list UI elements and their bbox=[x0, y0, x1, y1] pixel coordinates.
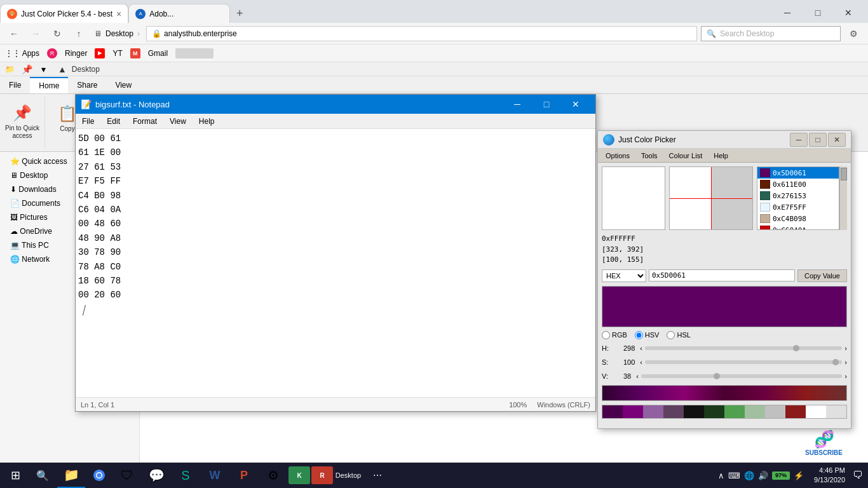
color-list-item-2[interactable]: 0x276153 bbox=[757, 190, 839, 201]
ringer-link[interactable]: Ringer bbox=[65, 49, 87, 58]
taskbar-power-icon[interactable]: ⚡ bbox=[794, 471, 804, 480]
cp-menu-help[interactable]: Help bbox=[709, 151, 733, 161]
palette-swatch-10[interactable] bbox=[806, 405, 826, 418]
palette-swatch-2[interactable] bbox=[643, 405, 663, 418]
refresh-button[interactable]: ↻ bbox=[48, 25, 66, 43]
taskbar-app-red[interactable]: R bbox=[311, 466, 333, 484]
cp-slider-s-track[interactable] bbox=[645, 360, 842, 364]
notepad-menu-view[interactable]: View bbox=[163, 114, 193, 128]
cp-slider-v-thumb[interactable] bbox=[714, 373, 720, 379]
taskbar-app-more[interactable]: ⋯ bbox=[363, 463, 391, 488]
palette-swatch-4[interactable] bbox=[684, 405, 704, 418]
cp-slider-s-less[interactable]: ‹ bbox=[640, 358, 642, 366]
minimize-button[interactable]: ─ bbox=[773, 3, 802, 23]
taskbar-app-chrome[interactable] bbox=[86, 463, 112, 488]
cp-minimize[interactable]: ─ bbox=[790, 133, 808, 147]
palette-swatch-9[interactable] bbox=[785, 405, 806, 418]
cp-slider-h-thumb[interactable] bbox=[793, 345, 799, 351]
qat-pin-button[interactable]: 📌 bbox=[20, 63, 34, 76]
palette-swatch-6[interactable] bbox=[724, 405, 745, 418]
cp-scroll-thumb[interactable] bbox=[841, 168, 847, 180]
cp-color-list[interactable]: 0x5D00610x611E000x2761530xE7F5FF0xC4B098… bbox=[757, 166, 839, 230]
notepad-maximize[interactable]: □ bbox=[532, 95, 561, 114]
palette-swatch-0[interactable] bbox=[602, 405, 623, 418]
back-button[interactable]: ← bbox=[5, 25, 23, 43]
address-input[interactable]: 🔒 analysthub.enterprise bbox=[146, 26, 697, 41]
taskbar-network-icon[interactable]: 🌐 bbox=[744, 471, 754, 480]
notepad-menu-edit[interactable]: Edit bbox=[100, 114, 126, 128]
taskbar-app-green[interactable]: K bbox=[288, 466, 310, 484]
taskbar-app-word[interactable]: W bbox=[201, 463, 229, 488]
taskbar-app-powerpoint[interactable]: P bbox=[230, 463, 258, 488]
notepad-content[interactable]: 5D 00 6161 1E 0027 61 53E7 F5 FFC4 B0 98… bbox=[76, 129, 595, 397]
cp-slider-h-track[interactable] bbox=[645, 346, 842, 350]
ribbon-tab-file[interactable]: File bbox=[0, 76, 30, 93]
palette-swatch-8[interactable] bbox=[765, 405, 785, 418]
cp-maximize[interactable]: □ bbox=[809, 133, 827, 147]
start-button[interactable]: ⊞ bbox=[0, 463, 31, 488]
maximize-button[interactable]: □ bbox=[803, 3, 832, 23]
tab1-close[interactable]: × bbox=[116, 9, 121, 19]
browser-tab-2[interactable]: A Adob... bbox=[128, 4, 230, 23]
taskbar-search-button[interactable]: 🔍 bbox=[31, 463, 55, 488]
ribbon-tab-view[interactable]: View bbox=[106, 76, 140, 93]
cp-slider-v-less[interactable]: ‹ bbox=[636, 372, 639, 380]
cp-menu-tools[interactable]: Tools bbox=[636, 151, 663, 161]
cp-close[interactable]: ✕ bbox=[828, 133, 846, 147]
cp-slider-h-less[interactable]: ‹ bbox=[640, 344, 642, 352]
settings-ext-icon[interactable]: ⚙ bbox=[850, 29, 858, 39]
cp-hsl-radio[interactable] bbox=[667, 331, 675, 339]
cp-menu-options[interactable]: Options bbox=[600, 151, 635, 161]
qat-down-arrow[interactable]: ▾ bbox=[36, 63, 50, 76]
cp-slider-s-more[interactable]: › bbox=[844, 358, 847, 366]
cp-hex-input[interactable] bbox=[649, 269, 795, 281]
color-list-item-0[interactable]: 0x5D0061 bbox=[757, 167, 839, 179]
ribbon-tab-home[interactable]: Home bbox=[30, 77, 68, 93]
taskbar-app-slack[interactable]: 💬 bbox=[142, 463, 170, 488]
taskbar-app-shield[interactable]: 🛡 bbox=[113, 463, 141, 488]
palette-swatch-11[interactable] bbox=[826, 405, 846, 418]
palette-swatch-1[interactable] bbox=[623, 405, 643, 418]
close-button[interactable]: ✕ bbox=[834, 3, 863, 23]
apps-bookmark[interactable]: ⋮⋮ Apps bbox=[5, 49, 39, 58]
cp-rgb-radio[interactable] bbox=[602, 331, 610, 339]
add-tab-button[interactable]: + bbox=[230, 4, 249, 23]
cp-slider-v-more[interactable]: › bbox=[844, 372, 847, 380]
gmail-link[interactable]: Gmail bbox=[148, 49, 168, 58]
ribbon-tab-share[interactable]: Share bbox=[68, 76, 106, 93]
color-list-item-1[interactable]: 0x611E00 bbox=[757, 179, 839, 190]
cp-format-select[interactable]: HEX RGB HSV HSL bbox=[602, 269, 646, 282]
cp-menu-colourlist[interactable]: Colour List bbox=[664, 151, 708, 161]
up-button[interactable]: ↑ bbox=[70, 25, 88, 43]
cp-slider-s-thumb[interactable] bbox=[832, 359, 839, 365]
taskbar-app-fileexplorer[interactable]: 📁 bbox=[57, 463, 85, 488]
cp-copy-value-button[interactable]: Copy Value bbox=[797, 269, 847, 282]
color-list-item-4[interactable]: 0xC4B098 bbox=[757, 213, 839, 224]
palette-swatch-5[interactable] bbox=[704, 405, 724, 418]
taskbar-up-arrow[interactable]: ∧ bbox=[718, 471, 724, 480]
color-list-item-5[interactable]: 0xC6040A bbox=[757, 224, 839, 230]
notepad-close[interactable]: ✕ bbox=[561, 95, 590, 114]
notepad-minimize[interactable]: ─ bbox=[503, 95, 532, 114]
forward-button[interactable]: → bbox=[27, 25, 44, 43]
cp-hsv-radio[interactable] bbox=[635, 331, 643, 339]
palette-swatch-7[interactable] bbox=[745, 405, 765, 418]
taskbar-notification[interactable]: 🗨 bbox=[853, 470, 863, 481]
cp-slider-h-more[interactable]: › bbox=[844, 344, 847, 352]
cp-scrollbar[interactable] bbox=[839, 166, 847, 230]
taskbar-app-s[interactable]: S bbox=[172, 463, 200, 488]
battery-indicator[interactable]: 97% bbox=[772, 471, 790, 480]
cp-slider-v-track[interactable] bbox=[641, 374, 842, 378]
taskbar-app-desktop-label[interactable]: Desktop bbox=[334, 463, 362, 488]
notepad-menu-format[interactable]: Format bbox=[126, 114, 163, 128]
cp-radio-rgb[interactable]: RGB bbox=[602, 331, 627, 339]
pin-to-quick-button[interactable]: 📌 Pin to Quickaccess bbox=[5, 102, 39, 142]
taskbar-keyboard-icon[interactable]: ⌨ bbox=[728, 471, 740, 480]
yt-link[interactable]: YT bbox=[112, 49, 122, 58]
cp-radio-hsv[interactable]: HSV bbox=[635, 331, 660, 339]
browser-tab-1[interactable]: 🎨 Just Color Picker 5.4 - best × bbox=[0, 4, 128, 23]
taskbar-app-settings[interactable]: ⚙ bbox=[259, 463, 287, 488]
notepad-menu-help[interactable]: Help bbox=[193, 114, 221, 128]
taskbar-time[interactable]: 4:46 PM 9/13/2020 bbox=[809, 466, 850, 485]
notepad-menu-file[interactable]: File bbox=[76, 114, 100, 128]
